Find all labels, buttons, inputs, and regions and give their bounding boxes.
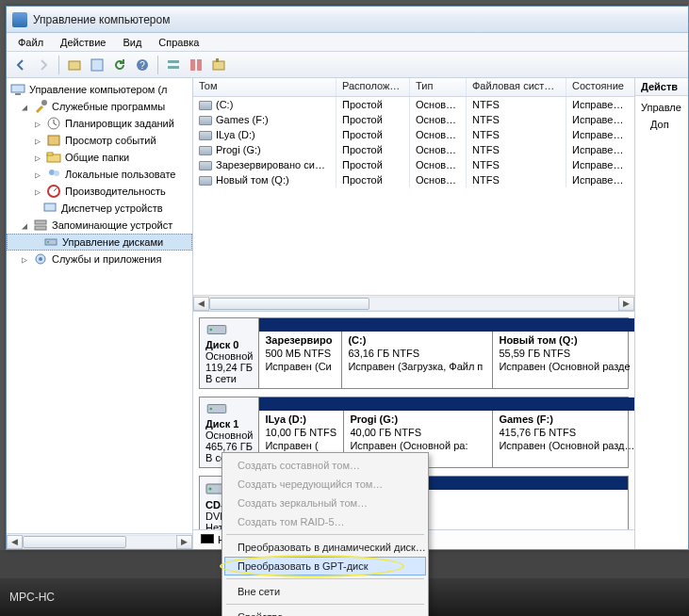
tree-eventviewer[interactable]: ▷ Просмотр событий <box>7 132 192 149</box>
tree-diskmgmt[interactable]: Управление дисками <box>7 234 192 251</box>
actions-item[interactable]: Управле <box>641 100 682 117</box>
users-icon <box>46 167 61 182</box>
menubar: Файл Действие Вид Справка <box>7 33 688 52</box>
scroll-track[interactable] <box>209 297 618 311</box>
tree-label: Служебные программы <box>52 101 165 112</box>
actions-pane: Действ Управле Доп <box>635 78 688 549</box>
tree-label: Просмотр событий <box>65 135 156 146</box>
col-status[interactable]: Состояние <box>566 78 634 96</box>
svg-rect-23 <box>45 239 57 245</box>
tree-shared[interactable]: ▷ Общие папки <box>7 149 192 166</box>
view-graphic-button[interactable] <box>186 55 206 75</box>
svg-point-24 <box>47 241 49 243</box>
disk-topbar <box>259 318 634 332</box>
svg-rect-16 <box>47 153 53 155</box>
view-list-button[interactable] <box>163 55 184 75</box>
expand-icon[interactable]: ▷ <box>33 186 42 197</box>
tree-users[interactable]: ▷ Локальные пользовате <box>7 166 192 183</box>
svg-rect-21 <box>35 220 46 224</box>
svg-rect-8 <box>213 61 224 70</box>
svg-rect-10 <box>11 85 25 92</box>
ctx-mirror-volume: Создать зеркальный том… <box>224 494 426 512</box>
disk-header[interactable]: Диск 0Основной119,24 ГБВ сети <box>200 318 259 388</box>
svg-point-28 <box>209 329 212 332</box>
tree-label: Диспетчер устройств <box>61 203 163 214</box>
scroll-thumb[interactable] <box>23 536 126 548</box>
disk-row[interactable]: Диск 0Основной119,24 ГБВ сетиЗарезервиро… <box>199 317 629 389</box>
volume-list-header[interactable]: Том Расположение Тип Файловая система Со… <box>193 78 634 97</box>
folder-icon <box>46 150 61 165</box>
refresh-button[interactable] <box>109 55 130 75</box>
forward-button[interactable] <box>33 55 54 75</box>
partition[interactable]: Зарезервиро500 МБ NTFSИсправен (Си <box>259 332 342 388</box>
table-row[interactable]: ILya (D:)ПростойОсновнойNTFSИсправен (Ос… <box>193 127 634 142</box>
ctx-convert-gpt[interactable]: Преобразовать в GPT-диск <box>224 557 426 575</box>
tree-storage-group[interactable]: ◢ Запоминающие устройст <box>7 217 192 234</box>
ctx-spanned-volume: Создать составной том… <box>224 456 426 475</box>
services-icon <box>33 251 48 267</box>
tree-service-group[interactable]: ◢ Служебные программы <box>7 98 192 115</box>
tree-root[interactable]: Управление компьютером (л <box>7 81 192 98</box>
collapse-icon[interactable]: ◢ <box>20 220 29 231</box>
partition[interactable]: (C:)63,16 ГБ NTFSИсправен (Загрузка, Фай… <box>342 332 493 388</box>
tree-services-group[interactable]: ▷ Службы и приложения <box>7 251 192 267</box>
scroll-right-icon[interactable]: ▶ <box>618 297 634 311</box>
back-button[interactable] <box>10 55 31 75</box>
ctx-properties[interactable]: Свойства <box>224 608 426 616</box>
tree-hscroll[interactable]: ◀ ▶ <box>7 533 192 549</box>
scroll-left-icon[interactable]: ◀ <box>193 297 209 311</box>
disk-topbar <box>259 397 634 411</box>
ctx-convert-dynamic[interactable]: Преобразовать в динамический диск… <box>224 538 426 557</box>
scroll-left-icon[interactable]: ◀ <box>7 535 23 549</box>
tree-root-label: Управление компьютером (л <box>29 84 168 95</box>
col-fs[interactable]: Файловая система <box>467 78 566 96</box>
tree-devmgr[interactable]: Диспетчер устройств <box>7 200 192 217</box>
partition[interactable]: Games (F:)415,76 ГБ NTFSИсправен (Основн… <box>493 411 634 467</box>
scroll-track[interactable] <box>23 535 176 549</box>
volume-list-hscroll[interactable]: ◀ ▶ <box>193 295 634 311</box>
expand-icon[interactable]: ▷ <box>33 136 42 146</box>
col-volume[interactable]: Том <box>193 78 336 96</box>
table-row[interactable]: Progi (G:)ПростойОсновнойNTFSИсправен (О… <box>193 142 634 157</box>
expand-icon[interactable]: ▷ <box>33 153 42 163</box>
col-layout[interactable]: Расположение <box>336 78 410 96</box>
perf-icon <box>46 184 61 199</box>
tree-scheduler[interactable]: ▷ Планировщик заданий <box>7 115 192 132</box>
ctx-separator <box>226 534 424 535</box>
table-row[interactable]: Зарезервировано системойПростойОсновнойN… <box>193 157 634 172</box>
volume-list-body[interactable]: (C:)ПростойОсновнойNTFSИсправен (Загрузк… <box>193 97 634 295</box>
col-type[interactable]: Тип <box>410 78 467 96</box>
help-button[interactable]: ? <box>132 55 153 75</box>
properties-button[interactable] <box>87 55 107 75</box>
up-button[interactable] <box>64 55 85 75</box>
svg-rect-4 <box>168 60 179 63</box>
tools-icon <box>33 99 48 114</box>
menu-view[interactable]: Вид <box>115 35 149 50</box>
menu-action[interactable]: Действие <box>53 35 113 50</box>
menu-file[interactable]: Файл <box>10 35 51 50</box>
table-row[interactable]: Новый том (Q:)ПростойОсновнойNTFSИсправе… <box>193 172 634 187</box>
partition[interactable]: Новый том (Q:)55,59 ГБ NTFSИсправен (Осн… <box>493 332 634 388</box>
tree-label: Управление дисками <box>62 236 163 248</box>
svg-point-26 <box>39 257 42 261</box>
scroll-right-icon[interactable]: ▶ <box>176 535 192 549</box>
menu-help[interactable]: Справка <box>151 35 206 50</box>
settings-button[interactable] <box>208 55 229 75</box>
ctx-offline[interactable]: Вне сети <box>224 582 426 601</box>
actions-item[interactable]: Доп <box>641 117 682 134</box>
tree-label: Локальные пользовате <box>65 169 175 180</box>
collapse-icon[interactable]: ◢ <box>20 102 29 112</box>
table-row[interactable]: Games (F:)ПростойОсновнойNTFSИсправен (О… <box>193 112 634 127</box>
tree-perf[interactable]: ▷ Производительность <box>7 183 192 200</box>
scroll-thumb[interactable] <box>209 298 369 310</box>
svg-rect-5 <box>168 66 179 69</box>
expand-icon[interactable]: ▷ <box>20 254 29 265</box>
expand-icon[interactable]: ▷ <box>33 119 42 129</box>
table-row[interactable]: (C:)ПростойОсновнойNTFSИсправен (Загрузк… <box>193 97 634 112</box>
titlebar[interactable]: Управление компьютером <box>7 7 688 33</box>
tree-label: Планировщик заданий <box>65 118 174 129</box>
ctx-raid5-volume: Создать том RAID-5… <box>224 512 426 531</box>
expand-icon[interactable]: ▷ <box>33 170 42 180</box>
navigation-tree[interactable]: Управление компьютером (л ◢ Служебные пр… <box>7 78 193 549</box>
svg-rect-1 <box>91 59 103 71</box>
